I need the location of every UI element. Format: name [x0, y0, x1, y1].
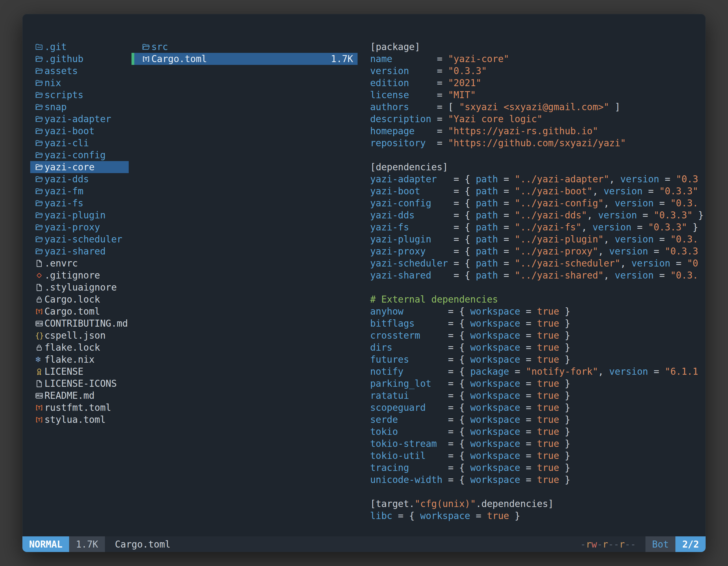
parent-pane[interactable]: .git.githubassetsnixscriptssnapyazi-adap…: [22, 41, 131, 536]
file-row-yazi-config[interactable]: yazi-config: [30, 149, 129, 161]
file-row-gitignore[interactable]: .gitignore: [30, 269, 129, 281]
file-name: yazi-scheduler: [44, 233, 122, 245]
file-row-readme-md[interactable]: README.md: [30, 389, 129, 401]
preview-line: crossterm = { workspace = true }: [370, 329, 706, 341]
preview-line: # External dependencies: [370, 293, 706, 305]
file-counter: 2/2: [675, 536, 706, 552]
file-row-contributing-md[interactable]: CONTRIBUTING.md: [30, 317, 129, 329]
file-row-yazi-fm[interactable]: yazi-fm: [30, 185, 129, 197]
file-row-flake-lock[interactable]: flake.lock: [30, 341, 129, 353]
nix-icon: ❄: [35, 356, 44, 363]
license-icon: [35, 367, 44, 376]
file-name: stylua.toml: [44, 414, 106, 426]
file-row-github[interactable]: .github: [30, 53, 129, 65]
file-icon: [35, 283, 44, 292]
preview-line: yazi-adapter = { path = "../yazi-adapter…: [370, 173, 706, 185]
mode-indicator: NORMAL: [22, 536, 69, 552]
folder-git-icon: [35, 43, 44, 51]
preview-line: [package]: [370, 41, 706, 53]
file-name: nix: [44, 77, 61, 89]
file-name: yazi-dds: [44, 173, 89, 185]
file-row-scripts[interactable]: scripts: [30, 89, 129, 101]
preview-line: yazi-proxy = { path = "../yazi-proxy", v…: [370, 245, 706, 257]
file-row-license[interactable]: LICENSE: [30, 365, 129, 377]
folder-icon: [35, 103, 44, 111]
preview-line: futures = { workspace = true }: [370, 353, 706, 365]
file-row-git[interactable]: .git: [30, 41, 129, 53]
file-row-license-icons[interactable]: LICENSE-ICONS: [30, 377, 129, 389]
file-row-yazi-boot[interactable]: yazi-boot: [30, 125, 129, 137]
file-name: .git: [44, 41, 67, 53]
folder-icon: [35, 187, 44, 196]
preview-line: yazi-dds = { path = "../yazi-dds", versi…: [370, 209, 706, 221]
file-row-cargo-toml[interactable]: Cargo.toml: [30, 305, 129, 317]
preview-line: tokio = { workspace = true }: [370, 426, 706, 438]
file-permissions: -rw-r--r--: [580, 536, 636, 552]
git-icon: [35, 271, 44, 280]
file-name: yazi-shared: [44, 245, 106, 257]
file-row-yazi-shared[interactable]: yazi-shared: [30, 245, 129, 257]
preview-line: name = "yazi-core": [370, 53, 706, 65]
preview-line: tokio-util = { workspace = true }: [370, 450, 706, 462]
file-row-yazi-core[interactable]: yazi-core: [30, 161, 129, 173]
current-pane[interactable]: srcCargo.toml1.7K: [131, 41, 358, 536]
preview-line: ratatui = { workspace = true }: [370, 389, 706, 401]
file-row-flake-nix[interactable]: ❄flake.nix: [30, 353, 129, 365]
folder-icon: [35, 127, 44, 135]
folder-icon: [35, 67, 44, 75]
file-row-yazi-adapter[interactable]: yazi-adapter: [30, 113, 129, 125]
file-row-assets[interactable]: assets: [30, 65, 129, 77]
file-name: .envrc: [44, 257, 78, 269]
file-size: 1.7K: [331, 53, 358, 65]
preview-line: yazi-config = { path = "../yazi-config",…: [370, 197, 706, 209]
file-name: yazi-plugin: [44, 209, 106, 221]
file-row-cargo-lock[interactable]: Cargo.lock: [30, 293, 129, 305]
file-name: LICENSE: [44, 365, 83, 377]
file-name: .gitignore: [44, 269, 100, 281]
folder-icon: [142, 43, 151, 51]
file-icon: [35, 379, 44, 388]
file-row-src[interactable]: src: [131, 41, 358, 53]
folder-icon: [35, 223, 44, 232]
preview-line: [dependencies]: [370, 161, 706, 173]
preview-line: scopeguard = { workspace = true }: [370, 401, 706, 414]
file-row-yazi-cli[interactable]: yazi-cli: [30, 137, 129, 149]
file-icon: [35, 259, 44, 268]
file-row-cargo-toml[interactable]: Cargo.toml1.7K: [131, 53, 358, 65]
file-name: yazi-fs: [44, 197, 83, 209]
file-name: cspell.json: [44, 329, 106, 341]
file-name: flake.nix: [44, 353, 95, 365]
file-name: yazi-adapter: [44, 113, 111, 125]
file-row-yazi-fs[interactable]: yazi-fs: [30, 197, 129, 209]
file-row-envrc[interactable]: .envrc: [30, 257, 129, 269]
preview-line: yazi-fs = { path = "../yazi-fs", version…: [370, 221, 706, 233]
file-row-styluaignore[interactable]: .styluaignore: [30, 281, 129, 293]
file-name: yazi-config: [44, 149, 106, 161]
file-row-cspell-json[interactable]: {}cspell.json: [30, 329, 129, 341]
file-row-stylua-toml[interactable]: stylua.toml: [30, 414, 129, 426]
preview-line: bitflags = { workspace = true }: [370, 317, 706, 329]
panes-container: .git.githubassetsnixscriptssnapyazi-adap…: [22, 14, 706, 536]
scroll-position: Bot: [645, 536, 676, 552]
file-row-nix[interactable]: nix: [30, 77, 129, 89]
preview-pane[interactable]: [package]name = "yazi-core"version = "0.…: [358, 41, 706, 536]
preview-line: [370, 281, 706, 293]
file-name: CONTRIBUTING.md: [44, 317, 128, 329]
preview-line: [370, 486, 706, 498]
toml-icon: [142, 55, 151, 63]
file-row-snap[interactable]: snap: [30, 101, 129, 113]
file-row-yazi-scheduler[interactable]: yazi-scheduler: [30, 233, 129, 245]
preview-line: yazi-plugin = { path = "../yazi-plugin",…: [370, 233, 706, 245]
preview-line: serde = { workspace = true }: [370, 414, 706, 426]
folder-icon: [35, 235, 44, 244]
lock-icon: [35, 343, 44, 352]
file-row-yazi-dds[interactable]: yazi-dds: [30, 173, 129, 185]
file-row-yazi-plugin[interactable]: yazi-plugin: [30, 209, 129, 221]
preview-line: authors = [ "sxyazi <sxyazi@gmail.com>" …: [370, 101, 706, 113]
file-row-yazi-proxy[interactable]: yazi-proxy: [30, 221, 129, 233]
folder-icon: [35, 115, 44, 123]
file-row-rustfmt-toml[interactable]: rustfmt.toml: [30, 401, 129, 414]
folder-icon: [35, 91, 44, 99]
folder-icon: [35, 79, 44, 87]
preview-line: version = "0.3.3": [370, 65, 706, 77]
